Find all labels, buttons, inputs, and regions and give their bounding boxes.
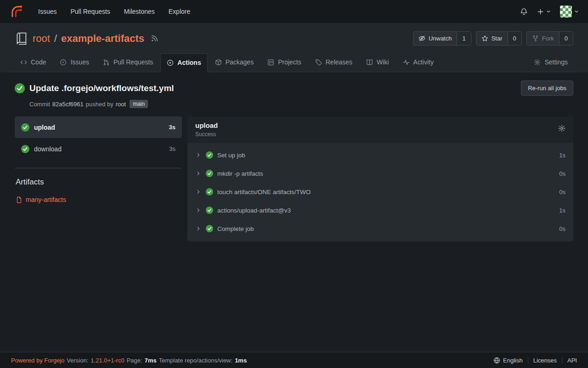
api-link[interactable]: API: [562, 357, 577, 364]
forks-count[interactable]: 0: [559, 32, 573, 45]
code-icon: [20, 59, 27, 66]
chevron-right-icon: [195, 189, 202, 195]
job-duration: 3s: [169, 145, 175, 152]
nav-milestones[interactable]: Milestones: [118, 4, 161, 19]
repo-owner-link[interactable]: root: [33, 33, 50, 45]
pusher-link[interactable]: root: [116, 101, 126, 108]
step-label: mkdir -p artifacts: [217, 170, 263, 177]
forgejo-logo-icon: [9, 5, 23, 18]
chevron-right-icon: [195, 170, 202, 177]
tab-actions[interactable]: Actions: [160, 53, 207, 72]
tab-label: Settings: [544, 58, 568, 66]
job-duration: 3s: [169, 124, 175, 131]
create-new-menu[interactable]: [537, 8, 551, 15]
user-menu[interactable]: [560, 6, 579, 17]
pushed-by-label: pushed by: [86, 101, 113, 108]
repo-action-buttons: Unwatch 1 Star 0 Fork 0: [413, 31, 573, 46]
step-label: touch artifacts/ONE artifacts/TWO: [217, 189, 311, 196]
language-menu[interactable]: English: [488, 357, 528, 364]
watchers-count[interactable]: 1: [457, 32, 470, 45]
step-duration: 0s: [559, 225, 565, 232]
step-row-complete-job[interactable]: Complete job 0s: [187, 219, 573, 238]
step-row-touch[interactable]: touch artifacts/ONE artifacts/TWO 0s: [187, 183, 573, 201]
tab-label: Pull Requests: [113, 58, 153, 66]
issue-icon: [60, 59, 67, 66]
run-title: Update .forgejo/workflows/test.yml: [29, 83, 174, 93]
tab-activity[interactable]: Activity: [396, 53, 440, 72]
chevron-right-icon: [195, 152, 202, 158]
success-check-icon: [21, 123, 29, 132]
fork-button[interactable]: Fork: [527, 32, 559, 45]
fork-button-group: Fork 0: [526, 31, 573, 46]
success-check-icon: [15, 83, 25, 93]
success-check-icon: [206, 151, 213, 159]
version-link[interactable]: 1.21.0+1-rc0: [90, 357, 124, 364]
pull-request-icon: [103, 59, 110, 66]
tab-pull-requests[interactable]: Pull Requests: [96, 53, 159, 72]
navbar-right: [520, 6, 579, 17]
branch-badge[interactable]: main: [130, 100, 148, 108]
job-list: upload 3s download 3s Artifacts many-art…: [15, 116, 182, 203]
unwatch-label: Unwatch: [429, 35, 452, 42]
actions-run-page: Update .forgejo/workflows/test.yml Re-ru…: [0, 72, 588, 352]
file-icon: [16, 196, 23, 203]
success-check-icon: [206, 170, 213, 177]
repo-tab-bar: Code Issues Pull Requests Actions Packag…: [10, 53, 578, 72]
rss-icon: [151, 34, 158, 42]
chevron-right-icon: [195, 207, 202, 213]
bell-icon: [520, 8, 528, 16]
repo-book-icon: [15, 32, 28, 46]
step-duration: 0s: [559, 189, 565, 196]
repo-name-link[interactable]: example-artifacts: [61, 33, 144, 45]
eye-off-icon: [418, 35, 425, 42]
tab-issues[interactable]: Issues: [53, 53, 95, 72]
job-options-button[interactable]: [558, 125, 565, 132]
star-button[interactable]: Star: [476, 32, 508, 45]
notifications-button[interactable]: [520, 8, 528, 16]
tab-label: Activity: [413, 58, 434, 66]
tab-settings[interactable]: Settings: [527, 53, 574, 72]
footer-right: English Licenses API: [488, 357, 577, 364]
package-icon: [215, 59, 222, 66]
repo-header: root / example-artifacts Unwatch 1 Star …: [0, 23, 588, 72]
job-detail-status: Success: [195, 131, 218, 138]
job-detail-name: upload: [195, 121, 218, 129]
licenses-link[interactable]: Licenses: [528, 357, 562, 364]
steps-list: Set up job 1s mkdir -p artifacts 0s touc…: [187, 143, 573, 242]
job-name: upload: [34, 124, 55, 131]
unwatch-button[interactable]: Unwatch: [413, 32, 457, 45]
template-time-value: 1ms: [235, 357, 247, 364]
forgejo-logo[interactable]: [9, 5, 23, 18]
repo-title-row: root / example-artifacts Unwatch 1 Star …: [10, 31, 578, 53]
version-label: Version:: [67, 357, 88, 364]
step-duration: 1s: [559, 207, 565, 214]
powered-by-forgejo-link[interactable]: Powered by Forgejo: [11, 357, 64, 364]
globe-icon: [493, 357, 500, 364]
tab-code[interactable]: Code: [14, 53, 52, 72]
step-row-set-up-job[interactable]: Set up job 1s: [187, 146, 573, 164]
tab-releases[interactable]: Releases: [309, 53, 359, 72]
fork-label: Fork: [542, 35, 554, 42]
job-row-upload[interactable]: upload 3s: [15, 116, 182, 138]
stars-count[interactable]: 0: [508, 32, 521, 45]
nav-pull-requests[interactable]: Pull Requests: [64, 4, 116, 19]
nav-issues[interactable]: Issues: [32, 4, 62, 19]
tab-wiki[interactable]: Wiki: [360, 53, 395, 72]
nav-explore[interactable]: Explore: [163, 4, 196, 19]
commit-sha-link[interactable]: 82a5cf6961: [52, 101, 84, 108]
step-duration: 0s: [559, 170, 565, 177]
job-row-download[interactable]: download 3s: [15, 138, 182, 160]
tab-label: Releases: [326, 58, 352, 66]
job-detail-header: upload Success: [187, 116, 573, 143]
page-time-label: Page:: [127, 357, 142, 364]
artifact-link-many-artifacts[interactable]: many-artifacts: [16, 196, 182, 203]
tab-projects[interactable]: Projects: [261, 53, 308, 72]
rerun-all-jobs-button[interactable]: Re-run all jobs: [521, 80, 573, 96]
tab-packages[interactable]: Packages: [209, 53, 260, 72]
step-row-upload-artifact[interactable]: actions/upload-artifact@v3 1s: [187, 201, 573, 219]
step-row-mkdir[interactable]: mkdir -p artifacts 0s: [187, 164, 573, 183]
tag-icon: [315, 59, 322, 66]
success-check-icon: [206, 207, 213, 214]
commit-line: Commit 82a5cf6961 pushed by root main: [29, 100, 573, 108]
rss-feed-button[interactable]: [151, 34, 158, 42]
